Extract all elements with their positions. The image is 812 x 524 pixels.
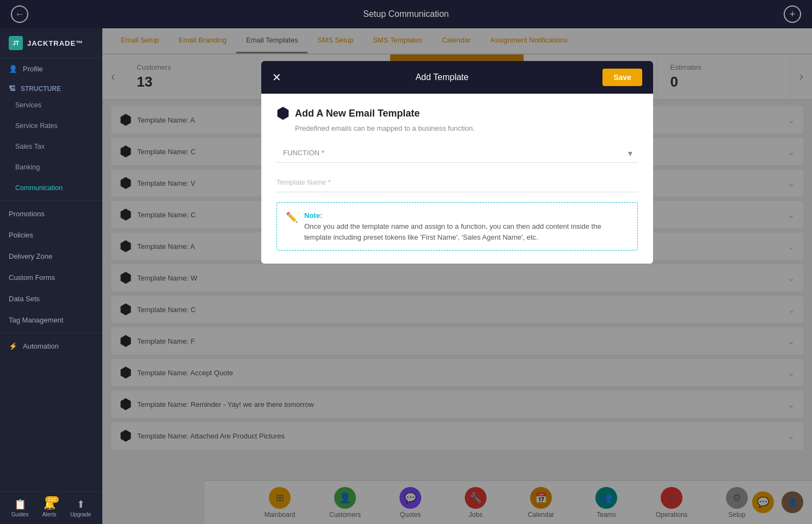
sidebar-label-banking: Banking xyxy=(15,163,40,171)
sidebar-item-promotions[interactable]: Promotions xyxy=(0,203,102,224)
sidebar-item-sales-tax[interactable]: Sales Tax xyxy=(0,136,102,157)
note-text: Once you add the template name and assig… xyxy=(304,221,629,242)
logo-icon: JT xyxy=(9,36,23,50)
top-bar: ← Setup Communication + xyxy=(0,0,812,28)
sidebar-label-service-rates: Service Rates xyxy=(15,122,58,130)
modal-overlay: ✕ Add Template Save Add A New Email Temp… xyxy=(102,28,812,524)
alerts-badge: 222 xyxy=(45,496,59,503)
sidebar-item-communication[interactable]: Communication xyxy=(0,178,102,198)
modal-section-title: Add A New Email Template xyxy=(276,107,638,120)
logo-text: JACKTRADE™ xyxy=(27,39,83,47)
sidebar-section-structure: 🏗 Structure xyxy=(0,80,102,95)
main-content: Email Setup Email Branding Email Templat… xyxy=(102,28,812,524)
sidebar-bottom-guides[interactable]: 📋 Guides xyxy=(11,498,29,517)
sidebar-label-communication: Communication xyxy=(15,184,63,192)
sidebar-item-services[interactable]: Services xyxy=(0,95,102,115)
sidebar-label-services: Services xyxy=(15,101,41,109)
sidebar-item-tag-management[interactable]: Tag Management xyxy=(0,309,102,331)
modal-body: Add A New Email Template Predefined emai… xyxy=(261,94,653,264)
sidebar-label-data-sets: Data Sets xyxy=(9,295,40,303)
sidebar-item-profile[interactable]: 👤 Profile xyxy=(0,58,102,80)
alerts-badge-wrap: 🔔 222 xyxy=(44,498,56,510)
modal-hex-icon xyxy=(276,107,290,120)
modal-template-name-field xyxy=(276,173,638,192)
template-name-input[interactable] xyxy=(276,173,638,192)
add-template-modal: ✕ Add Template Save Add A New Email Temp… xyxy=(261,61,653,264)
sidebar-label-custom-forms: Custom Forms xyxy=(9,273,55,282)
modal-function-field: FUNCTION * xyxy=(276,143,638,163)
sidebar-divider-1 xyxy=(0,200,102,201)
modal-section-heading: Add A New Email Template xyxy=(295,108,420,119)
sidebar-logo: JT JACKTRADE™ xyxy=(0,28,102,58)
modal-close-button[interactable]: ✕ xyxy=(272,71,281,84)
layout: JT JACKTRADE™ 👤 Profile 🏗 Structure Serv… xyxy=(0,28,812,524)
add-button[interactable]: + xyxy=(784,5,801,23)
sidebar-divider-2 xyxy=(0,333,102,333)
sidebar-bottom-alerts[interactable]: 🔔 222 Alerts xyxy=(42,498,57,517)
sidebar-label-profile: Profile xyxy=(23,65,43,73)
note-content: Note: Once you add the template name and… xyxy=(304,210,629,242)
automation-icon: ⚡ xyxy=(9,342,17,350)
sidebar-item-automation[interactable]: ⚡ Automation xyxy=(0,336,102,357)
profile-icon: 👤 xyxy=(9,65,17,73)
guides-icon: 📋 xyxy=(14,498,26,510)
modal-header: ✕ Add Template Save xyxy=(261,61,653,94)
sidebar-bottom-upgrade[interactable]: ⬆ Upgrade xyxy=(70,498,91,517)
sidebar-item-policies[interactable]: Policies xyxy=(0,224,102,246)
modal-select-wrap: FUNCTION * xyxy=(276,143,638,163)
sidebar-item-custom-forms[interactable]: Custom Forms xyxy=(0,267,102,288)
upgrade-icon: ⬆ xyxy=(77,498,85,510)
structure-icon: 🏗 xyxy=(9,85,15,93)
sidebar-label-delivery-zone: Delivery Zone xyxy=(9,252,52,260)
function-select[interactable]: FUNCTION * xyxy=(276,143,638,163)
sidebar-label-promotions: Promotions xyxy=(9,210,45,218)
sidebar-item-data-sets[interactable]: Data Sets xyxy=(0,288,102,309)
sidebar-label-tag-management: Tag Management xyxy=(9,316,63,324)
note-icon: ✏️ xyxy=(286,211,298,223)
sidebar-item-banking[interactable]: Banking xyxy=(0,157,102,178)
sidebar-label-sales-tax: Sales Tax xyxy=(15,143,45,150)
sidebar-label-policies: Policies xyxy=(9,231,33,239)
note-label: Note: xyxy=(304,211,322,220)
back-button[interactable]: ← xyxy=(11,5,28,23)
sidebar-item-delivery-zone[interactable]: Delivery Zone xyxy=(0,246,102,267)
sidebar: JT JACKTRADE™ 👤 Profile 🏗 Structure Serv… xyxy=(0,28,102,524)
modal-title: Add Template xyxy=(415,72,469,82)
page-title: Setup Communication xyxy=(363,9,448,19)
sidebar-bottom: 📋 Guides 🔔 222 Alerts ⬆ Upgrade xyxy=(0,491,102,524)
sidebar-label-automation: Automation xyxy=(23,342,59,350)
sidebar-item-service-rates[interactable]: Service Rates xyxy=(0,115,102,136)
modal-subtitle: Predefined emails can be mapped to a bus… xyxy=(295,124,638,132)
modal-save-button[interactable]: Save xyxy=(602,69,642,86)
modal-note: ✏️ Note: Once you add the template name … xyxy=(276,202,638,251)
